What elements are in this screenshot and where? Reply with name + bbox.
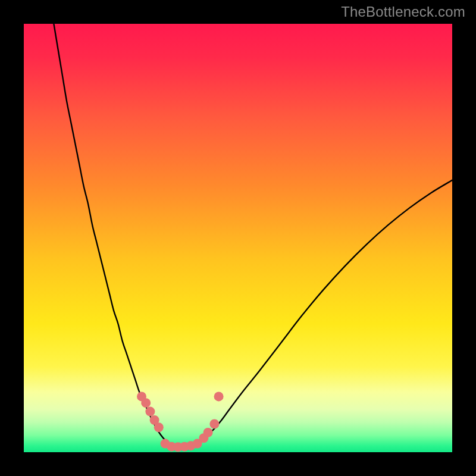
plot-area — [24, 24, 452, 452]
highlight-marker — [203, 428, 213, 437]
watermark-text: TheBottleneck.com — [341, 4, 465, 20]
chart-svg — [24, 24, 452, 452]
highlight-marker — [209, 419, 219, 428]
highlight-marker — [141, 398, 151, 408]
highlight-marker — [145, 407, 155, 416]
chart-frame: TheBottleneck.com — [0, 0, 476, 476]
chart-background — [24, 24, 452, 452]
highlight-marker — [214, 392, 224, 401]
highlight-marker — [154, 422, 164, 432]
